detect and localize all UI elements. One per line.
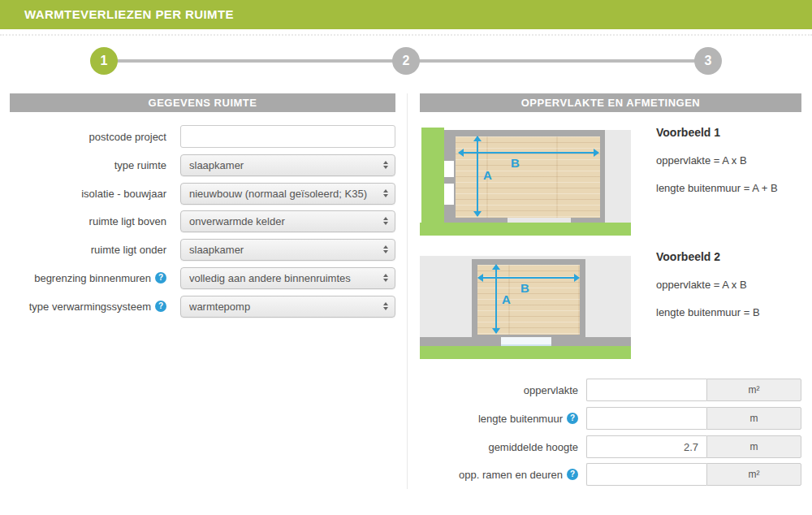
oppervlakte-unit: m² <box>706 379 801 401</box>
example-1-title: Voorbeeld 1 <box>656 126 720 139</box>
window-icon <box>444 184 454 205</box>
type-ruimte-select[interactable]: slaapkamer <box>180 154 395 176</box>
example-2-title: Voorbeeld 2 <box>656 250 720 263</box>
floorplan-example-2: B A <box>420 252 631 359</box>
type-ruimte-label-text: type ruimte <box>114 159 166 171</box>
verwarming-label-text: type verwarmingssysteem <box>29 301 151 313</box>
ligt-onder-label-text: ruimte ligt onder <box>91 244 166 256</box>
postcode-label: postcode project <box>0 131 166 143</box>
ligt-onder-label: ruimte ligt onder <box>0 244 166 256</box>
help-icon[interactable]: ? <box>567 469 578 480</box>
example-2-line2: lengte buitenmuur = B <box>656 306 760 318</box>
field-row-postcode: postcode project <box>0 125 395 148</box>
oppervlakte-input[interactable] <box>586 379 706 401</box>
dimension-label-b: B <box>520 281 529 295</box>
isolatie-select[interactable]: nieuwbouw (normaal geïsoleerd; K35) <box>180 183 395 205</box>
dimension-label-a: A <box>483 168 492 182</box>
measure-row-gemiddelde-hoogte: gemiddelde hoogte m <box>420 435 801 458</box>
begrenzing-select[interactable]: volledig aan andere binnenruimtes <box>180 267 395 289</box>
dimension-arrow-a <box>495 265 497 333</box>
measure-row-oppervlakte: oppervlakte m² <box>420 379 801 401</box>
header-separator <box>0 34 812 36</box>
example-1-line2: lengte buitenmuur = A + B <box>656 182 778 194</box>
panel-divider <box>407 93 408 489</box>
select-updown-icon <box>383 245 388 253</box>
verwarming-label: type verwarmingssysteem ? <box>0 301 166 313</box>
field-row-type-ruimte: type ruimte slaapkamer <box>0 154 395 176</box>
grass-bottom <box>420 223 631 236</box>
dimension-label-a: A <box>502 292 511 306</box>
select-updown-icon <box>383 217 388 225</box>
measure-row-lengte-buitenmuur: lengte buitenmuur ? m <box>420 407 801 430</box>
select-updown-icon <box>383 189 388 197</box>
ligt-boven-label-text: ruimte ligt boven <box>89 215 166 227</box>
room-floor <box>477 265 580 335</box>
page-title: WARMTEVERLIEZEN PER RUIMTE <box>0 0 812 29</box>
stepper-step-3[interactable]: 3 <box>694 47 722 75</box>
type-ruimte-label: type ruimte <box>0 159 166 171</box>
field-row-begrenzing: begrenzing binnenmuren ? volledig aan an… <box>0 266 395 289</box>
help-icon[interactable]: ? <box>155 301 166 312</box>
ligt-boven-value: onverwarmde kelder <box>189 215 383 227</box>
right-panel-title: OPPERVLAKTE EN AFMETINGEN <box>420 93 801 112</box>
heat-loss-calculator-page: WARMTEVERLIEZEN PER RUIMTE 1 2 3 GEGEVEN… <box>0 0 812 515</box>
dimension-label-b: B <box>511 156 520 170</box>
grass-bottom <box>420 346 631 359</box>
isolatie-value: nieuwbouw (normaal geïsoleerd; K35) <box>189 188 383 200</box>
dimension-arrow-b <box>478 277 579 279</box>
help-icon[interactable]: ? <box>567 413 578 424</box>
gemiddelde-hoogte-label: gemiddelde hoogte <box>420 441 578 453</box>
oppervlakte-label-text: oppervlakte <box>524 384 578 396</box>
ligt-boven-select[interactable]: onverwarmde kelder <box>180 210 395 232</box>
ramen-deuren-unit: m² <box>706 463 801 486</box>
left-panel-title: GEGEVENS RUIMTE <box>10 93 395 112</box>
isolatie-label: isolatie - bouwjaar <box>0 188 166 200</box>
floorplan-example-1: B A <box>420 123 631 236</box>
begrenzing-value: volledig aan andere binnenruimtes <box>189 272 383 284</box>
select-updown-icon <box>383 302 388 310</box>
isolatie-label-text: isolatie - bouwjaar <box>81 188 166 200</box>
begrenzing-label: begrenzing binnenmuren ? <box>0 272 166 284</box>
lengte-buitenmuur-label: lengte buitenmuur ? <box>420 413 578 425</box>
ramen-deuren-input[interactable] <box>586 463 706 486</box>
ramen-deuren-label-text: opp. ramen en deuren <box>459 469 563 481</box>
field-row-isolatie: isolatie - bouwjaar nieuwbouw (normaal g… <box>0 182 395 205</box>
dimension-arrow-b <box>459 152 598 154</box>
lengte-buitenmuur-unit: m <box>706 407 801 430</box>
example-1-line1: oppervlakte = A x B <box>656 154 747 167</box>
verwarming-select[interactable]: warmtepomp <box>180 296 395 318</box>
grass-left <box>421 128 444 236</box>
select-updown-icon <box>383 161 388 169</box>
field-row-verwarming: type verwarmingssysteem ? warmtepomp <box>0 295 395 318</box>
window-icon <box>444 161 454 177</box>
door-icon <box>501 337 551 346</box>
measure-row-ramen-deuren: opp. ramen en deuren ? m² <box>420 463 801 486</box>
field-row-ligt-boven: ruimte ligt boven onverwarmde kelder <box>0 210 395 232</box>
gemiddelde-hoogte-label-text: gemiddelde hoogte <box>488 441 578 453</box>
example-2-line1: oppervlakte = A x B <box>656 279 747 291</box>
ramen-deuren-label: opp. ramen en deuren ? <box>420 469 578 481</box>
postcode-input[interactable] <box>180 125 395 148</box>
stepper-step-2[interactable]: 2 <box>392 47 420 75</box>
gemiddelde-hoogte-input[interactable] <box>586 435 706 458</box>
help-icon[interactable]: ? <box>155 272 166 283</box>
type-ruimte-value: slaapkamer <box>189 159 383 171</box>
ligt-onder-select[interactable]: slaapkamer <box>180 239 395 261</box>
stepper-step-1[interactable]: 1 <box>90 47 118 75</box>
select-updown-icon <box>383 274 388 282</box>
ligt-boven-label: ruimte ligt boven <box>0 215 166 227</box>
dimension-arrow-a <box>477 136 478 216</box>
lengte-buitenmuur-input[interactable] <box>586 407 706 430</box>
gemiddelde-hoogte-unit: m <box>706 435 801 458</box>
postcode-label-text: postcode project <box>89 131 166 143</box>
lengte-buitenmuur-label-text: lengte buitenmuur <box>478 413 563 425</box>
verwarming-value: warmtepomp <box>189 301 383 313</box>
field-row-ligt-onder: ruimte ligt onder slaapkamer <box>0 238 395 261</box>
oppervlakte-label: oppervlakte <box>420 384 578 396</box>
ligt-onder-value: slaapkamer <box>189 244 383 256</box>
begrenzing-label-text: begrenzing binnenmuren <box>34 272 151 284</box>
